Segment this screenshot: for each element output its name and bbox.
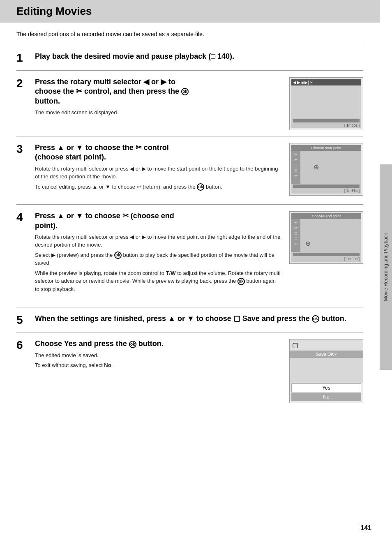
- side-tab-label: Movie Recording and Playback: [383, 233, 389, 301]
- step-1-heading: Play back the desired movie and pause pl…: [35, 52, 363, 61]
- main-content: Editing Movies The desired portions of a…: [0, 0, 380, 425]
- ctrl-right: ▶: [297, 80, 300, 85]
- intro-text: The desired portions of a recorded movie…: [16, 31, 363, 37]
- screen-2: Choose start point ✂ ✂ □ □ ↩ ⊕: [289, 143, 363, 196]
- step-4: 4 Press ▲ or ▼ to choose ✂ (choose endpo…: [16, 211, 363, 301]
- icon-box1: □: [295, 163, 297, 167]
- ctrl-skip: ▶|: [304, 80, 309, 85]
- step-6-body: The edited movie is saved. To exit witho…: [35, 351, 281, 369]
- screen-3-inner: Choose end point ✂ ✂ □ □ ↩ ⊕: [291, 213, 361, 262]
- screen-2-ok: ⊕: [301, 151, 361, 171]
- screen-2-title: Choose start point: [291, 145, 361, 151]
- step-3-body: Rotate the rotary multi selector or pres…: [35, 165, 281, 191]
- step-4-body: Rotate the rotary multi selector or pres…: [35, 233, 281, 293]
- icon-scissors2: ✂: [294, 157, 297, 162]
- screen-3-content: ✂ ✂ □ □ ↩ ⊕: [291, 219, 361, 252]
- step-4-number: 4: [16, 211, 35, 295]
- ctrl-left: ◀: [293, 80, 296, 85]
- step-1-number: 1: [16, 52, 35, 65]
- screen-4: ▢ Save OK? Yes No: [289, 339, 363, 403]
- step-4-inner: 4 Press ▲ or ▼ to choose ✂ (choose endpo…: [16, 211, 281, 295]
- screen-3-ok: ⊕: [301, 219, 361, 247]
- screen-2-content: ✂ ✂ □ □ ↩ ⊕: [291, 151, 361, 184]
- step-2-left: 2 Press the rotary multi selector ◀ or ▶…: [16, 77, 281, 130]
- page-number: 141: [360, 524, 371, 532]
- step-4-left: 4 Press ▲ or ▼ to choose ✂ (choose endpo…: [16, 211, 281, 301]
- screen-1: ◀ ▶ ■ ▶| ✂ [ 1m30s ]: [289, 77, 363, 130]
- step-1-ref: □ 140: [211, 52, 230, 60]
- step-3-number: 3: [16, 143, 35, 193]
- screen-1-video: [291, 85, 361, 118]
- divider-5: [16, 332, 363, 332]
- step-3-note-1: Rotate the rotary multi selector or pres…: [35, 165, 281, 181]
- step-4-note-3: While the preview is playing, rotate the…: [35, 269, 281, 293]
- icon-return: ↩: [294, 173, 297, 178]
- step-1: 1 Play back the desired movie and pause …: [16, 52, 363, 65]
- step-2-image: ◀ ▶ ■ ▶| ✂ [ 1m30s ]: [281, 77, 363, 130]
- screen-3-title: Choose end point: [291, 213, 361, 219]
- step-4-content: Press ▲ or ▼ to choose ✂ (choose endpoin…: [35, 211, 281, 295]
- step-2-body: The movie edit screen is displayed.: [35, 108, 281, 117]
- side-tab: Movie Recording and Playback: [380, 164, 392, 370]
- step-5-number: 5: [16, 314, 35, 327]
- step-1-content: Play back the desired movie and pause pl…: [35, 52, 363, 65]
- divider-3: [16, 204, 363, 205]
- icon-scissors-end: ✂: [294, 220, 297, 225]
- screen-3-bar: [293, 253, 360, 256]
- divider-top: [16, 45, 363, 45]
- icon-scissors-end2: ✂: [294, 226, 297, 230]
- icon-box2: □: [295, 168, 297, 173]
- step-3-note-2: To cancel editing, press ▲ or ▼ to choos…: [35, 183, 281, 191]
- ctrl-scissors: ✂: [310, 80, 313, 85]
- screen-3-video: ⊕: [301, 219, 361, 252]
- ok-icon-3: ok: [197, 183, 204, 191]
- screen-1-controls: ◀ ▶ ■ ▶| ✂: [291, 79, 361, 85]
- screen-2-bar: [293, 185, 360, 188]
- screen-2-icons: ✂ ✂ □ □ ↩: [291, 151, 300, 184]
- step-2-inner: 2 Press the rotary multi selector ◀ or ▶…: [16, 77, 281, 119]
- step-6: 6 Choose Yes and press the ok button. Th…: [16, 339, 363, 403]
- ok-icon-6: ok: [129, 341, 136, 348]
- screen-4-title: Save OK?: [290, 351, 363, 358]
- icon-scissors-start: ✂: [294, 152, 297, 157]
- screen-4-yes: Yes: [291, 383, 361, 392]
- screen-4-icon: ▢: [290, 339, 363, 351]
- step-2-note: The movie edit screen is displayed.: [35, 108, 281, 117]
- step-6-content: Choose Yes and press the ok button. The …: [35, 339, 281, 371]
- ok-icon-4b: ok: [238, 278, 245, 285]
- page-title: Editing Movies: [16, 5, 363, 18]
- step-6-image: ▢ Save OK? Yes No: [281, 339, 363, 403]
- screen-2-time: [ 2m35s ]: [291, 189, 361, 194]
- step-5: 5 When the settings are finished, press …: [16, 314, 363, 327]
- screen-3: Choose end point ✂ ✂ □ □ ↩ ⊕: [289, 211, 363, 264]
- step-2-heading: Press the rotary multi selector ◀ or ▶ t…: [35, 77, 281, 106]
- step-4-heading: Press ▲ or ▼ to choose ✂ (choose endpoin…: [35, 211, 281, 231]
- step-2-content: Press the rotary multi selector ◀ or ▶ t…: [35, 77, 281, 119]
- ok-icon-5: ok: [312, 315, 319, 323]
- step-3: 3 Press ▲ or ▼ to choose the ✂ control(c…: [16, 143, 363, 198]
- step-6-note-2: To exit without saving, select No.: [35, 361, 281, 369]
- step-3-heading: Press ▲ or ▼ to choose the ✂ control(cho…: [35, 143, 281, 162]
- step-2-number: 2: [16, 77, 35, 119]
- ok-icon-2: ok: [181, 88, 189, 95]
- step-3-inner: 3 Press ▲ or ▼ to choose the ✂ control(c…: [16, 143, 281, 193]
- screen-1-time: [ 1m30s ]: [291, 123, 361, 128]
- step-4-image: Choose end point ✂ ✂ □ □ ↩ ⊕: [281, 211, 363, 301]
- screen-3-icons: ✂ ✂ □ □ ↩: [291, 219, 300, 252]
- step-5-content: When the settings are finished, press ▲ …: [35, 314, 363, 327]
- ok-icon-4a: ok: [114, 252, 122, 259]
- step-2: 2 Press the rotary multi selector ◀ or ▶…: [16, 77, 363, 130]
- divider-2: [16, 136, 363, 136]
- ctrl-stop: ■: [301, 80, 304, 85]
- step-3-left: 3 Press ▲ or ▼ to choose the ✂ control(c…: [16, 143, 281, 198]
- step-4-note-1: Rotate the rotary multi selector or pres…: [35, 233, 281, 249]
- screen-1-inner: ◀ ▶ ■ ▶| ✂ [ 1m30s ]: [291, 79, 361, 128]
- step-6-inner: 6 Choose Yes and press the ok button. Th…: [16, 339, 281, 371]
- step-6-note-1: The edited movie is saved.: [35, 351, 281, 360]
- step-6-left: 6 Choose Yes and press the ok button. Th…: [16, 339, 281, 403]
- screen-2-video: ⊕: [301, 151, 361, 184]
- screen-4-no: No: [291, 393, 361, 401]
- step-6-heading: Choose Yes and press the ok button.: [35, 339, 281, 348]
- screen-4-area: [290, 358, 363, 383]
- icon-return-end: ↩: [294, 242, 297, 246]
